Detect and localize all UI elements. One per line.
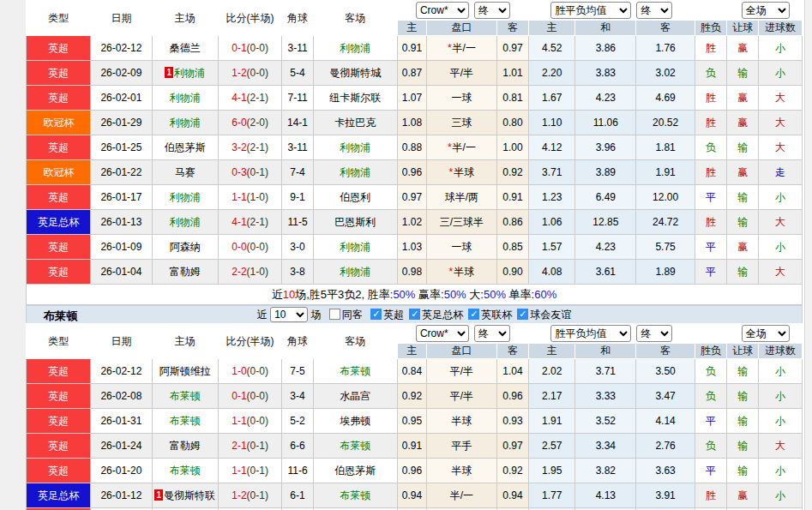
result-let-ball: 输 bbox=[727, 210, 759, 235]
crow-home-odds: 1.08 bbox=[397, 111, 427, 135]
mean-draw-odds: 4.13 bbox=[575, 483, 636, 508]
mean-draw-odds: 3.82 bbox=[575, 459, 636, 483]
mean-stage-select[interactable]: 终 bbox=[636, 325, 672, 342]
col-header-home: 主场 bbox=[152, 1, 218, 36]
result-let-ball: 赢 bbox=[727, 86, 759, 111]
league-badge: 欧冠杯 bbox=[27, 160, 91, 185]
mean-draw-odds: 3.33 bbox=[575, 384, 636, 409]
summary-segment: 50% bbox=[484, 288, 506, 301]
home-team-name: 布莱顿 bbox=[170, 415, 201, 427]
crow-away-odds: 0.85 bbox=[496, 235, 529, 260]
sub-header-goals: 进球数 bbox=[758, 21, 802, 36]
score-cell: 1-0(0-0) bbox=[218, 359, 281, 384]
score-cell: 1-1(0-1) bbox=[218, 459, 281, 483]
home-team: 布莱顿 bbox=[152, 384, 218, 409]
recent-count-select[interactable]: 10 bbox=[270, 307, 308, 322]
crow-away-odds: 0.86 bbox=[496, 210, 529, 235]
score-cell: 1-2(0-1) bbox=[218, 483, 281, 508]
sub-header-goals: 进球数 bbox=[758, 344, 802, 359]
result-goals: 大 bbox=[758, 210, 802, 235]
mean-away-odds: 12.00 bbox=[636, 185, 695, 210]
result-wdl: 负 bbox=[695, 359, 727, 384]
home-team-name: 利物浦 bbox=[174, 67, 205, 79]
sub-header-crow-away: 客 bbox=[496, 344, 529, 359]
away-team-name: 伯恩茅斯 bbox=[334, 465, 376, 477]
away-team: 利物浦 bbox=[313, 260, 397, 285]
summary-segment: 60% bbox=[534, 288, 556, 301]
home-team: 利物浦 bbox=[152, 210, 218, 235]
mean-draw-odds: 3.34 bbox=[575, 434, 636, 459]
mean-away-odds: 1.81 bbox=[636, 135, 695, 160]
col-header-date: 日期 bbox=[91, 1, 152, 36]
result-wdl: 平 bbox=[695, 185, 727, 210]
recent-form-summary: 近10场,胜5平3负2, 胜率:50% 赢率:50% 大:50% 单率:60% bbox=[27, 285, 803, 305]
result-wdl: 平 bbox=[695, 260, 727, 285]
corners-cell: 6-1 bbox=[282, 483, 314, 508]
result-goals: 小 bbox=[758, 61, 802, 86]
summary-segment: 近 bbox=[272, 288, 283, 301]
match-row: 英超26-02-12阿斯顿维拉1-0(0-0)7-5布莱顿0.84平/半1.04… bbox=[27, 359, 803, 384]
result-let-ball: 输 bbox=[727, 359, 759, 384]
league-checkbox[interactable] bbox=[409, 309, 420, 320]
away-team: 巴恩斯利 bbox=[313, 210, 397, 235]
mean-away-odds: 3.63 bbox=[636, 459, 695, 483]
match-row: 英超26-02-01利物浦4-1(2-1)7-11纽卡斯尔联1.07一球0.81… bbox=[27, 86, 803, 111]
match-row: 英超26-01-04富勒姆2-2(1-0)3-8利物浦0.98*半球0.904.… bbox=[27, 260, 803, 285]
away-team-name: 埃弗顿 bbox=[340, 415, 370, 427]
handicap-line: *半/一 bbox=[427, 135, 496, 160]
col-header-score: 比分(半场) bbox=[218, 1, 281, 36]
league-badge: 英超 bbox=[27, 459, 91, 483]
league-badge: 英超 bbox=[27, 36, 91, 61]
odds-company-select[interactable]: Crow* bbox=[416, 325, 469, 342]
scope-select[interactable]: 全场 bbox=[742, 325, 790, 342]
league-checkbox[interactable] bbox=[370, 309, 382, 320]
corners-cell: 14-1 bbox=[282, 111, 314, 135]
mean-odds-select[interactable]: 胜平负均值 bbox=[550, 2, 631, 19]
odds-company-select[interactable]: Crow* bbox=[416, 2, 469, 19]
home-team-name: 富勒姆 bbox=[170, 266, 201, 278]
away-team: 利物浦 bbox=[313, 135, 397, 160]
fulltime-score: 4-1 bbox=[232, 216, 246, 228]
fulltime-score: 1-2 bbox=[232, 489, 246, 501]
scope-select[interactable]: 全场 bbox=[742, 2, 790, 19]
mean-odds-select[interactable]: 胜平负均值 bbox=[550, 325, 631, 342]
fulltime-score: 1-0 bbox=[232, 365, 246, 377]
odds-stage-select[interactable]: 终 bbox=[474, 2, 510, 19]
match-date: 26-01-29 bbox=[91, 111, 152, 135]
handicap-text: 平/半 bbox=[450, 365, 473, 377]
league-checkbox[interactable] bbox=[468, 309, 479, 320]
odds-stage-select[interactable]: 终 bbox=[474, 325, 510, 342]
league-checkbox[interactable] bbox=[517, 309, 528, 320]
halftime-score: (2-0) bbox=[247, 117, 268, 129]
home-team: 1利物浦 bbox=[152, 61, 218, 86]
odds-source-group: Crow*终 bbox=[397, 1, 529, 21]
home-team: 利物浦 bbox=[152, 111, 218, 135]
same-venue-checkbox[interactable] bbox=[329, 309, 340, 320]
mean-draw-odds: 3.89 bbox=[575, 160, 636, 185]
match-row: 英超26-02-091利物浦1-2(0-0)5-4曼彻斯特城0.87平/半1.0… bbox=[27, 61, 803, 86]
halftime-score: (0-0) bbox=[247, 67, 268, 79]
league-filter-group: 英超英足总杯英联杯球会友谊 bbox=[365, 309, 571, 321]
crow-away-odds: 1.04 bbox=[496, 359, 529, 384]
halftime-score: (0-1) bbox=[247, 166, 268, 178]
result-let-ball: 输 bbox=[727, 185, 759, 210]
summary-segment: 单率: bbox=[506, 288, 534, 301]
away-team: 布莱顿 bbox=[313, 483, 397, 508]
away-team-name: 利物浦 bbox=[340, 266, 370, 278]
mean-home-odds: 1.10 bbox=[529, 111, 575, 135]
sub-header-let-ball: 让球 bbox=[727, 21, 759, 36]
col-header-home: 主场 bbox=[152, 324, 218, 359]
handicap-text: 半球 bbox=[451, 465, 472, 477]
team2-history-table: 类型 日期 主场 比分(半场) 角球 客场 Crow*终 胜平负均值终 全场 bbox=[26, 323, 803, 510]
result-goals: 小 bbox=[758, 483, 802, 508]
red-card-icon: 1 bbox=[165, 67, 173, 78]
crow-home-odds: 0.95 bbox=[397, 409, 427, 434]
crow-home-odds: 0.98 bbox=[397, 260, 427, 285]
summary-segment: 50% bbox=[444, 288, 466, 301]
mean-home-odds: 3.71 bbox=[529, 160, 575, 185]
mean-stage-select[interactable]: 终 bbox=[636, 2, 672, 19]
vertical-scrollbar[interactable] bbox=[804, 0, 812, 510]
crow-away-odds: 1.01 bbox=[496, 61, 529, 86]
crow-away-odds: 0.92 bbox=[496, 160, 529, 185]
match-date: 26-01-24 bbox=[91, 434, 152, 459]
